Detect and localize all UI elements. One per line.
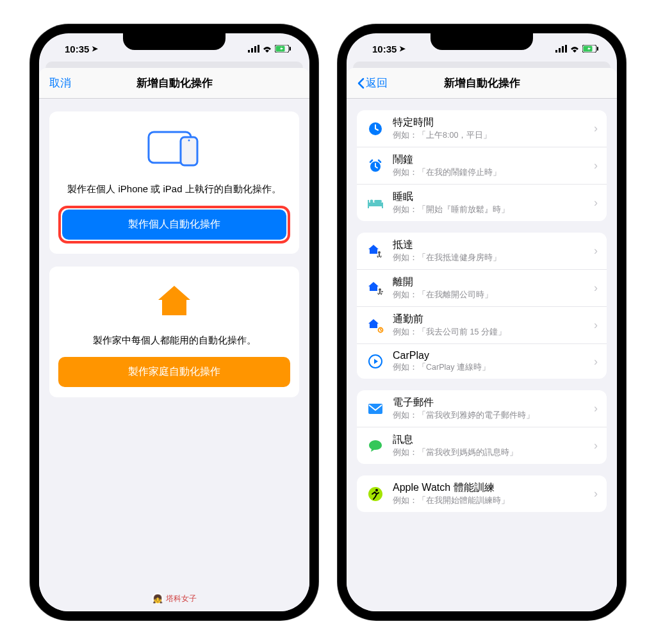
svg-rect-5 xyxy=(276,45,285,51)
create-home-button[interactable]: 製作家庭自動化操作 xyxy=(58,357,290,387)
svg-rect-23 xyxy=(374,200,382,202)
list-item-home-arrive[interactable]: 抵達例如：「在我抵達健身房時」› xyxy=(357,233,607,270)
list-item-clock[interactable]: 特定時間例如：「上午8:00，平日」› xyxy=(357,110,607,147)
list-item-title: 電子郵件 xyxy=(393,396,594,409)
watermark: 👧 塔科女子 xyxy=(152,593,197,604)
list-group: 抵達例如：「在我抵達健身房時」›離開例如：「在我離開公司時」›通勤前例如：「我去… xyxy=(357,233,607,379)
page-title: 新增自動化操作 xyxy=(136,76,213,90)
list-item-subtitle: 例如：「當我收到媽媽的訊息時」 xyxy=(393,447,594,458)
wifi-icon xyxy=(262,44,272,54)
list-item-workout[interactable]: Apple Watch 體能訓練例如：「在我開始體能訓練時」› xyxy=(357,475,607,512)
commute-icon xyxy=(366,316,385,335)
svg-rect-16 xyxy=(597,47,598,51)
card-handle xyxy=(45,62,303,68)
list-item-subtitle: 例如：「上午8:00，平日」 xyxy=(393,130,594,141)
svg-rect-0 xyxy=(248,50,250,53)
list-item-commute[interactable]: 通勤前例如：「我去公司前 15 分鐘」› xyxy=(357,307,607,344)
chevron-right-icon: › xyxy=(594,196,598,210)
back-label: 返回 xyxy=(366,76,388,90)
chevron-right-icon: › xyxy=(594,281,598,295)
list-item-title: 通勤前 xyxy=(393,313,594,326)
home-leave-icon xyxy=(366,279,385,298)
list-item-title: 離開 xyxy=(393,276,594,289)
list-item-subtitle: 例如：「在我抵達健身房時」 xyxy=(393,252,594,263)
svg-rect-21 xyxy=(382,202,383,208)
content-right: 特定時間例如：「上午8:00，平日」›鬧鐘例如：「在我的鬧鐘停止時」›睡眠例如：… xyxy=(347,99,617,611)
svg-rect-8 xyxy=(181,137,197,165)
svg-rect-10 xyxy=(555,50,557,53)
alarm-icon xyxy=(366,156,385,176)
navbar-left: 取消 新增自動化操作 xyxy=(39,68,309,99)
personal-desc: 製作在個人 iPhone 或 iPad 上執行的自動化操作。 xyxy=(58,182,290,206)
svg-rect-6 xyxy=(290,47,291,51)
list-item-subtitle: 例如：「CarPlay 連線時」 xyxy=(393,362,594,373)
list-item-texts: 睡眠例如：「開始『睡前放鬆』時」 xyxy=(393,190,594,215)
list-item-texts: CarPlay例如：「CarPlay 連線時」 xyxy=(393,350,594,373)
signal-icon xyxy=(555,44,567,54)
svg-rect-20 xyxy=(368,200,369,208)
home-desc: 製作家中每個人都能用的自動化操作。 xyxy=(58,333,290,357)
wifi-icon xyxy=(570,44,580,54)
list-item-texts: 特定時間例如：「上午8:00，平日」 xyxy=(393,116,594,141)
screen-right: 10:35 ➤ 返回 新增自動化操作 特定時間例如：「上午8:00，平日」›鬧鐘… xyxy=(347,33,617,611)
list-item-bed[interactable]: 睡眠例如：「開始『睡前放鬆』時」› xyxy=(357,185,607,221)
list-item-home-leave[interactable]: 離開例如：「在我離開公司時」› xyxy=(357,270,607,307)
bed-icon xyxy=(366,194,385,213)
list-item-subtitle: 例如：「開始『睡前放鬆』時」 xyxy=(393,204,594,215)
list-item-title: 睡眠 xyxy=(393,190,594,204)
svg-rect-3 xyxy=(258,45,259,53)
page-title: 新增自動化操作 xyxy=(444,76,520,90)
list-item-title: 鬧鐘 xyxy=(393,153,594,167)
svg-rect-19 xyxy=(368,202,383,206)
svg-point-32 xyxy=(375,489,378,491)
svg-point-22 xyxy=(370,199,373,202)
back-button[interactable]: 返回 xyxy=(357,76,388,90)
chevron-right-icon: › xyxy=(594,402,598,415)
chevron-right-icon: › xyxy=(594,244,598,258)
list-item-carplay[interactable]: CarPlay例如：「CarPlay 連線時」› xyxy=(357,344,607,379)
home-arrive-icon xyxy=(366,242,385,261)
phone-left: 10:35 ➤ 取消 新增自動化操作 製作在個人 iPhone 或 iPad 上… xyxy=(30,24,318,620)
svg-point-26 xyxy=(379,288,381,291)
battery-icon xyxy=(275,44,291,54)
list-item-message[interactable]: 訊息例如：「當我收到媽媽的訊息時」› xyxy=(357,427,607,464)
personal-automation-card: 製作在個人 iPhone 或 iPad 上執行的自動化操作。 製作個人自動化操作 xyxy=(49,111,299,254)
list-item-texts: 離開例如：「在我離開公司時」 xyxy=(393,276,594,301)
list-item-mail[interactable]: 電子郵件例如：「當我收到雅婷的電子郵件時」› xyxy=(357,390,607,427)
list-item-subtitle: 例如：「我去公司前 15 分鐘」 xyxy=(393,327,594,338)
chevron-right-icon: › xyxy=(594,122,598,135)
carplay-icon xyxy=(366,352,385,371)
highlight-box: 製作個人自動化操作 xyxy=(58,206,290,244)
location-icon: ➤ xyxy=(92,44,98,53)
home-automation-card: 製作家中每個人都能用的自動化操作。 製作家庭自動化操作 xyxy=(49,267,299,397)
svg-rect-27 xyxy=(379,291,381,294)
card-handle xyxy=(353,62,611,68)
chevron-left-icon xyxy=(357,78,365,89)
chevron-right-icon: › xyxy=(594,355,598,368)
svg-rect-13 xyxy=(565,45,567,53)
svg-rect-30 xyxy=(368,404,382,414)
phone-right: 10:35 ➤ 返回 新增自動化操作 特定時間例如：「上午8:00，平日」›鬧鐘… xyxy=(338,24,626,620)
svg-rect-25 xyxy=(379,254,380,257)
chevron-right-icon: › xyxy=(594,159,598,172)
home-icon xyxy=(58,283,290,322)
cancel-button[interactable]: 取消 xyxy=(49,76,71,90)
list-item-title: 訊息 xyxy=(393,433,594,447)
navbar-right: 返回 新增自動化操作 xyxy=(347,68,617,99)
list-item-subtitle: 例如：「在我開始體能訓練時」 xyxy=(393,495,594,506)
list-group: 特定時間例如：「上午8:00，平日」›鬧鐘例如：「在我的鬧鐘停止時」›睡眠例如：… xyxy=(357,110,607,221)
list-item-alarm[interactable]: 鬧鐘例如：「在我的鬧鐘停止時」› xyxy=(357,147,607,185)
list-group: Apple Watch 體能訓練例如：「在我開始體能訓練時」› xyxy=(357,475,607,512)
list-item-title: Apple Watch 體能訓練 xyxy=(393,481,594,495)
list-item-texts: 電子郵件例如：「當我收到雅婷的電子郵件時」 xyxy=(393,396,594,421)
location-icon: ➤ xyxy=(399,44,406,53)
content-left: 製作在個人 iPhone 或 iPad 上執行的自動化操作。 製作個人自動化操作… xyxy=(39,99,309,611)
list-item-title: 抵達 xyxy=(393,238,594,252)
status-time: 10:35 xyxy=(65,44,89,54)
status-bar: 10:35 ➤ xyxy=(39,33,309,60)
create-personal-button[interactable]: 製作個人自動化操作 xyxy=(62,210,286,240)
list-item-subtitle: 例如：「在我的鬧鐘停止時」 xyxy=(393,167,594,178)
list-item-texts: 抵達例如：「在我抵達健身房時」 xyxy=(393,238,594,263)
watermark-text: 塔科女子 xyxy=(166,593,197,604)
workout-icon xyxy=(366,484,385,504)
